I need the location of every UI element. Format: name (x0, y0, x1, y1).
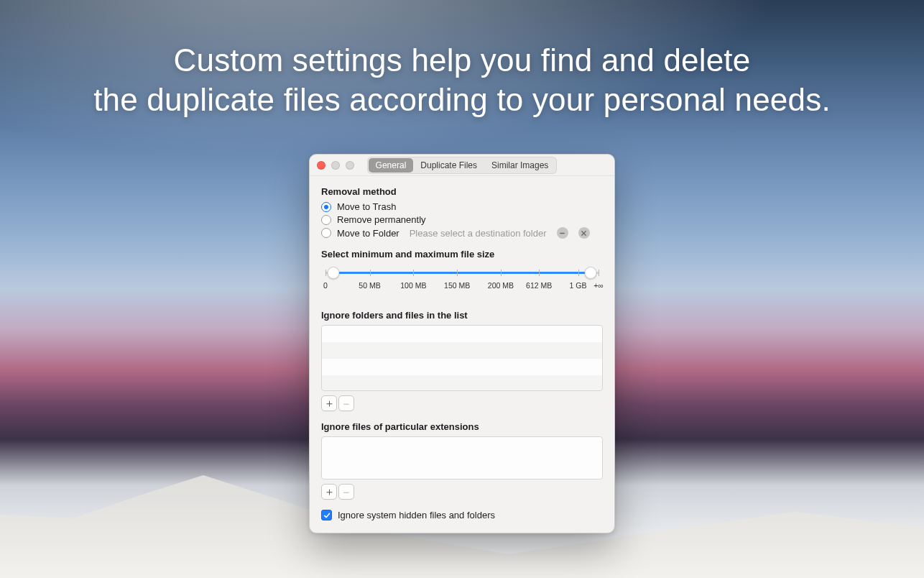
promo-headline: Custom settings help you find and delete… (0, 40, 924, 119)
tabbar: General Duplicate Files Similar Images (367, 157, 558, 174)
add-ignore-folder-button[interactable]: ＋ (321, 395, 337, 411)
tick-1: 50 MB (359, 281, 380, 290)
ignore-folders-title: Ignore folders and files in the list (321, 310, 603, 321)
choose-folder-button[interactable] (557, 227, 568, 239)
slider-knob-max[interactable] (584, 267, 596, 279)
ignore-extensions-list[interactable] (321, 436, 603, 480)
tab-duplicate-files[interactable]: Duplicate Files (413, 158, 484, 173)
radio-row-folder[interactable]: Move to Folder Please select a destinati… (321, 227, 603, 239)
slider-fill (336, 272, 590, 274)
removal-method-title: Removal method (321, 186, 603, 197)
slider-tick-labels: 0 50 MB 100 MB 150 MB 200 MB 612 MB 1 GB… (325, 281, 599, 293)
tab-similar-images[interactable]: Similar Images (484, 158, 555, 173)
window-content: Removal method Move to Trash Remove perm… (310, 176, 614, 531)
radio-row-trash[interactable]: Move to Trash (321, 201, 603, 212)
preferences-window: General Duplicate Files Similar Images R… (309, 154, 615, 533)
ignore-hidden-row[interactable]: Ignore system hidden files and folders (321, 510, 603, 520)
tick-3: 150 MB (444, 281, 470, 290)
x-circle-icon (581, 230, 587, 237)
minus-icon: − (343, 398, 350, 410)
ignore-folders-list[interactable] (321, 325, 603, 391)
tick-2: 100 MB (400, 281, 426, 290)
close-window-button[interactable] (317, 161, 325, 170)
plus-icon: ＋ (324, 485, 335, 499)
slider-knob-min[interactable] (328, 267, 340, 279)
radio-permanent-label: Remove permanently (337, 214, 426, 225)
add-ignore-ext-button[interactable]: ＋ (321, 484, 337, 500)
minus-circle-icon (559, 230, 565, 237)
ignore-hidden-checkbox[interactable] (321, 510, 332, 520)
traffic-lights (317, 161, 354, 170)
tab-general[interactable]: General (369, 158, 414, 173)
headline-line2: the duplicate files according to your pe… (0, 80, 924, 119)
plus-icon: ＋ (324, 397, 335, 410)
radio-folder[interactable] (321, 228, 331, 238)
remove-ignore-ext-button[interactable]: − (338, 484, 354, 500)
radio-permanent[interactable] (321, 215, 331, 225)
minimize-window-button[interactable] (331, 161, 340, 170)
ignore-ext-title: Ignore files of particular extensions (321, 421, 603, 432)
tick-6: 1 GB (570, 281, 587, 290)
headline-line1: Custom settings help you find and delete (0, 40, 924, 80)
ignore-hidden-label: Ignore system hidden files and folders (338, 510, 495, 520)
radio-row-permanent[interactable]: Remove permanently (321, 214, 603, 225)
check-icon (323, 512, 331, 519)
clear-folder-button[interactable] (578, 227, 590, 239)
radio-folder-label: Move to Folder (337, 228, 399, 239)
radio-trash[interactable] (321, 202, 331, 212)
tick-4: 200 MB (488, 281, 514, 290)
wallpaper: Custom settings help you find and delete… (0, 0, 924, 578)
titlebar: General Duplicate Files Similar Images (310, 155, 614, 176)
tick-0: 0 (323, 281, 328, 290)
minus-icon: − (343, 486, 350, 498)
remove-ignore-folder-button[interactable]: − (338, 395, 354, 411)
size-range-title: Select minimum and maximum file size (321, 249, 603, 260)
radio-trash-label: Move to Trash (337, 201, 396, 212)
zoom-window-button[interactable] (346, 161, 354, 170)
size-slider[interactable]: 0 50 MB 100 MB 150 MB 200 MB 612 MB 1 GB… (321, 265, 603, 293)
tick-7: +∞ (593, 281, 604, 290)
destination-folder-placeholder: Please select a destination folder (410, 228, 547, 239)
tick-5: 612 MB (526, 281, 552, 290)
